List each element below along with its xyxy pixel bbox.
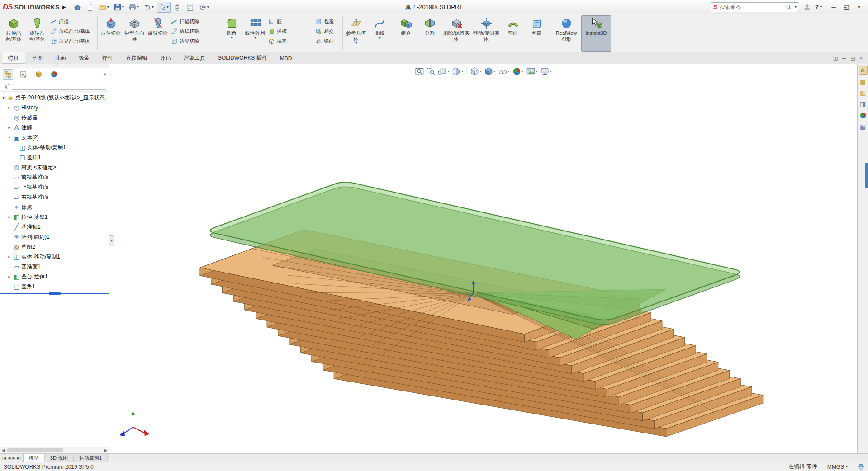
rollback-bar[interactable] [0,293,109,294]
ribbon-button-curves[interactable]: 曲线▾ [368,15,391,52]
user-icon[interactable] [803,3,811,11]
tree-item[interactable]: ✳阵列(圆周)1 [0,232,109,242]
home-button[interactable] [71,2,83,13]
save-button[interactable]: ▾ [112,2,126,13]
feature-tree-tab[interactable] [3,69,13,80]
restore-document-button[interactable]: ◱ [850,55,855,61]
file-explorer-tab[interactable]: ▥ [859,88,868,97]
unit-system-selector[interactable]: MMGS ▾ [827,464,848,470]
close-document-button[interactable]: × [860,56,863,61]
search-caret-icon[interactable]: ▾ [795,5,797,9]
ribbon-button-flex[interactable]: 弯曲 [501,15,525,52]
ribbon-button-cut-revolve[interactable]: 旋转切除 [146,15,170,52]
expand-arrow-icon[interactable]: ▸ [7,274,12,279]
ribbon-tab-10[interactable]: MBD [274,52,299,64]
scrollbar-track[interactable] [6,447,103,453]
tab-scroll-button-1[interactable]: |◀ [2,456,6,460]
tree-item[interactable]: ▾◈桌子-2019版 (默认<<默认>_显示状态 [0,93,109,103]
ribbon-button-boss-extrude[interactable]: 拉伸凸台/基体 [2,15,25,52]
tree-item[interactable]: ⌖原点 [0,202,109,212]
scrollbar-thumb[interactable] [7,448,63,452]
ribbon-tab-7[interactable]: 评估 [154,52,177,64]
scroll-left-icon[interactable]: ◀ [0,448,6,452]
command-search[interactable]: S ▾ [711,2,799,12]
tree-item[interactable]: ▸◧凸台-拉伸1 [0,272,109,282]
edit-appearance-button[interactable]: ▾ [512,66,524,76]
ribbon-button-instant3d[interactable]: Instant3D [581,15,611,52]
ribbon-button-wrap[interactable]: 包覆 [525,15,548,52]
ribbon-button-move-copy-body[interactable]: 移动/复制实体 [471,15,501,52]
select-cursor-button[interactable]: ▾ [157,2,171,13]
tree-item[interactable]: ▢圆角1 [0,152,109,162]
undo-button[interactable]: ▾ [142,2,156,13]
display-style-button[interactable]: ▾ [484,66,496,76]
ribbon-button-draft[interactable]: 拔模 [267,27,314,36]
custom-properties-tab[interactable]: ▦ [859,122,868,131]
ribbon-button-split[interactable]: 分割 [418,15,441,52]
globe-icon[interactable] [858,463,864,470]
tree-filter-input[interactable] [12,82,106,90]
previous-view-button[interactable]: ▾ [437,66,450,76]
ribbon-button-loft[interactable]: 放样凸台/基体 [49,27,96,36]
tree-item[interactable]: ▱右视基准面 [0,192,109,202]
tree-item[interactable]: ▾▣实体(2) [0,132,109,142]
ribbon-tab-2[interactable]: 草图 [25,52,49,64]
tree-item[interactable]: ▱上视基准面 [0,182,109,192]
view-orientation-button[interactable]: ▾ [470,66,482,76]
ribbon-button-combine[interactable]: 组合 [394,15,418,52]
ribbon-tab-8[interactable]: 渲染工具 [177,52,212,64]
hide-show-items-button[interactable]: ▾ [498,66,510,76]
display-manager-tab[interactable] [49,69,59,80]
ribbon-button-fillet[interactable]: 圆角▾ [220,15,243,52]
tree-item[interactable]: ▨草图2 [0,242,109,252]
print-button[interactable]: ▾ [127,2,141,13]
ribbon-button-hole-wizard[interactable]: 异型孔向导 [123,15,146,52]
expand-arrow-icon[interactable]: ▸ [7,105,12,110]
ribbon-button-cut-sweep[interactable]: 扫描切除 [170,17,217,26]
panel-expand-chevron[interactable]: » [103,71,106,77]
ribbon-button-revolve[interactable]: 旋转凸台/基体 [25,15,49,52]
panel-splitter-handle[interactable]: ••• [0,64,109,68]
scroll-right-icon[interactable]: ▶ [103,448,109,452]
logo-flyout-arrow-icon[interactable]: ▶ [62,5,66,9]
ribbon-tab-3[interactable]: 曲面 [49,52,72,64]
solidworks-resources-tab[interactable]: ⌂ [859,66,868,75]
document-tab-2[interactable]: 3D 视图 [45,454,74,462]
ribbon-tab-4[interactable]: 钣金 [72,52,96,64]
tile-windows-button[interactable]: ◫ [833,55,838,61]
tree-item[interactable]: ▸◷History [0,103,109,113]
minimize-document-button[interactable]: ─ [842,56,846,61]
ribbon-button-cut-loft[interactable]: 放样切割 [170,27,217,36]
open-button[interactable]: ▾ [97,2,111,13]
zoom-fit-button[interactable] [414,66,424,76]
close-button[interactable]: × [853,2,865,13]
help-button[interactable]: ? ▾ [815,4,822,10]
restore-button[interactable]: ◱ [840,2,853,13]
tree-item[interactable]: ◎传感器 [0,113,109,122]
search-icon[interactable] [785,4,792,10]
tree-item[interactable]: ▸◧拉伸-薄壁1 [0,212,109,222]
document-tab-3[interactable]: 运动算例1 [74,454,108,462]
tree-item[interactable]: ▸A注解 [0,122,109,132]
tree-item[interactable]: ◫实体-移动/复制1 [0,142,109,152]
tree-item[interactable]: ▱基准面1 [0,262,109,272]
new-document-button[interactable] [84,2,96,13]
panel-collapse-arrow-icon[interactable]: ◂ [109,236,114,246]
document-tab-1[interactable]: 模型 [23,454,45,462]
ribbon-button-mirror[interactable]: 镜向 [314,37,341,46]
options-gear-button[interactable]: ▾ [197,2,211,13]
ribbon-tab-6[interactable]: 直接编辑 [119,52,154,64]
tree-item[interactable]: ◍材质 <未指定> [0,162,109,172]
view-palette-tab[interactable]: ◨ [859,99,868,108]
ribbon-button-wrap[interactable]: 包覆 [314,17,341,26]
panel-horizontal-scrollbar[interactable]: ◀ ▶ [0,447,109,453]
ribbon-tab-1[interactable]: 特征 [2,52,25,64]
ribbon-button-ref-geometry[interactable]: 参考几何体▾ [344,15,368,52]
tab-scroll-button-3[interactable]: ▶ [12,456,15,460]
tree-item[interactable]: ▢圆角1 [0,282,109,292]
ribbon-button-shell[interactable]: 抽壳 [267,37,314,46]
expand-arrow-icon[interactable]: ▸ [7,215,12,219]
tab-scroll-button-4[interactable]: ▶| [17,456,21,460]
configuration-manager-tab[interactable] [33,69,44,80]
expand-arrow-icon[interactable]: ▸ [7,254,12,259]
